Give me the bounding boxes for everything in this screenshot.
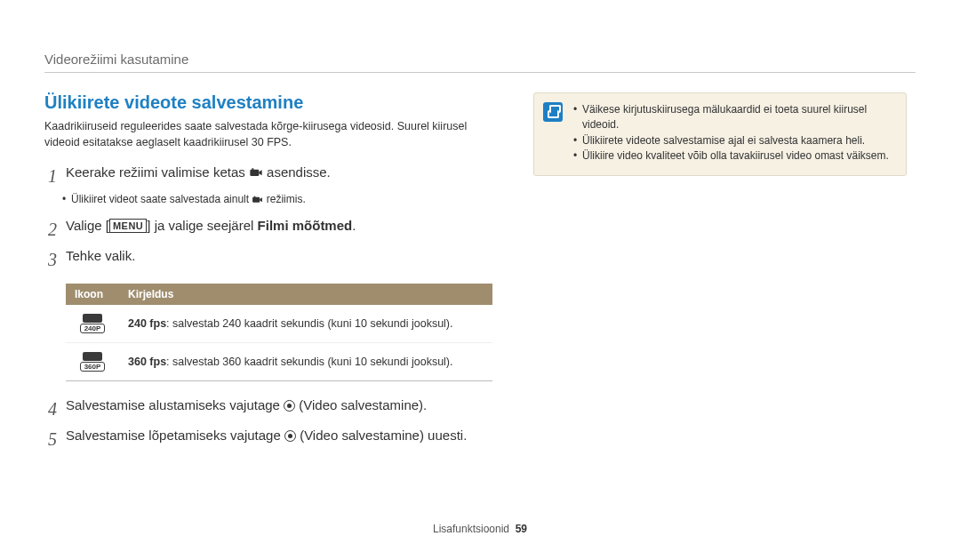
step-number: 2 [44,216,57,243]
info-list: Väikese kirjutuskiirusega mälukaardid ei… [573,102,895,164]
step-number: 3 [44,246,57,273]
step-text: Keerake režiimi valimise ketas asendisse… [66,163,498,183]
step-text: Salvestamise alustamiseks vajutage (Vide… [66,396,498,416]
section-title: Ülikiirete videote salvestamine [44,92,498,113]
cell-desc: 360 fps: salvestab 360 kaadrit sekundis … [119,343,492,381]
intro-paragraph: Kaadrikiiruseid reguleerides saate salve… [44,118,498,150]
options-table: Ikoon Kirjeldus 240P 240 [66,284,492,381]
table-row: 360P 360 fps: salvestab 360 kaadrit seku… [66,343,492,381]
fps-360-icon: 360P [80,352,105,372]
t: : salvestab 360 kaadrit sekundis (kuni 1… [166,356,452,368]
step-number: 1 [44,163,57,189]
col-desc: Kirjeldus [119,284,492,305]
bold-term: Filmi mõõtmed [258,218,353,233]
list-item: Ülikiirete videote salvestamise ajal ei … [573,133,895,148]
step-3: 3 Tehke valik. [44,246,498,273]
camera-dial-icon [252,195,263,204]
cell-desc: 240 fps: salvestab 240 kaadrit sekundis … [119,305,492,343]
menu-button-icon: MENU [109,219,147,233]
t: (Video salvestamine) uuesti. [300,428,467,443]
cell-icon: 240P [66,305,119,343]
record-button-icon [284,400,295,412]
svg-rect-1 [252,169,253,171]
svg-rect-2 [253,197,260,203]
step-text: Salvestamise lõpetamiseks vajutage (Vide… [66,426,498,446]
t: Valige [ [66,218,109,233]
footer-label: Lisafunktsioonid [433,523,509,535]
t: Salvestamise lõpetamiseks vajutage [66,428,284,443]
main-content: Ülikiirete videote salvestamine Kaadriki… [44,92,498,452]
t: : salvestab 240 kaadrit sekundis (kuni 1… [166,317,452,330]
step-text: Tehke valik. [66,246,498,267]
step-text: Valige [MENU] ja valige seejärel Filmi m… [66,216,498,236]
t: Keerake režiimi valimise ketas [66,164,249,180]
page-number: 59 [516,523,527,535]
list-item: Väikese kirjutuskiirusega mälukaardid ei… [573,102,895,133]
bold-term: 360 fps [128,356,166,368]
divider [44,72,916,73]
step-1: 1 Keerake režiimi valimise ketas asendis… [44,163,498,189]
step-1-note: Ülikiiret videot saate salvestada ainult… [44,193,498,205]
record-button-icon [284,430,296,442]
t: režiimis. [267,193,306,205]
t: Salvestamise alustamiseks vajutage [66,397,284,412]
camera-dial-icon [249,166,263,179]
cell-icon: 360P [66,343,119,381]
info-icon [543,102,563,122]
t: Ülikiiret videot saate salvestada ainult [71,193,252,205]
step-number: 4 [44,396,57,422]
table-row: 240P 240 fps: salvestab 240 kaadrit seku… [66,305,492,343]
page-footer: Lisafunktsioonid 59 [0,523,960,535]
svg-rect-0 [250,170,259,176]
step-5: 5 Salvestamise lõpetamiseks vajutage (Vi… [44,426,498,452]
t: (Video salvestamine). [299,397,427,412]
step-4: 4 Salvestamise alustamiseks vajutage (Vi… [44,396,498,422]
fps-240-icon: 240P [80,314,105,333]
t: ] ja valige seejärel [147,218,257,233]
list-item: Ülikiire video kvaliteet võib olla tavak… [573,148,895,164]
step-number: 5 [44,426,57,452]
col-icon: Ikoon [66,284,119,305]
info-callout: Väikese kirjutuskiirusega mälukaardid ei… [533,92,907,176]
svg-rect-3 [254,196,256,198]
step-2: 2 Valige [MENU] ja valige seejärel Filmi… [44,216,498,243]
bold-term: 240 fps [128,317,166,330]
t: asendisse. [267,164,331,180]
breadcrumb: Videorežiimi kasutamine [44,52,916,67]
